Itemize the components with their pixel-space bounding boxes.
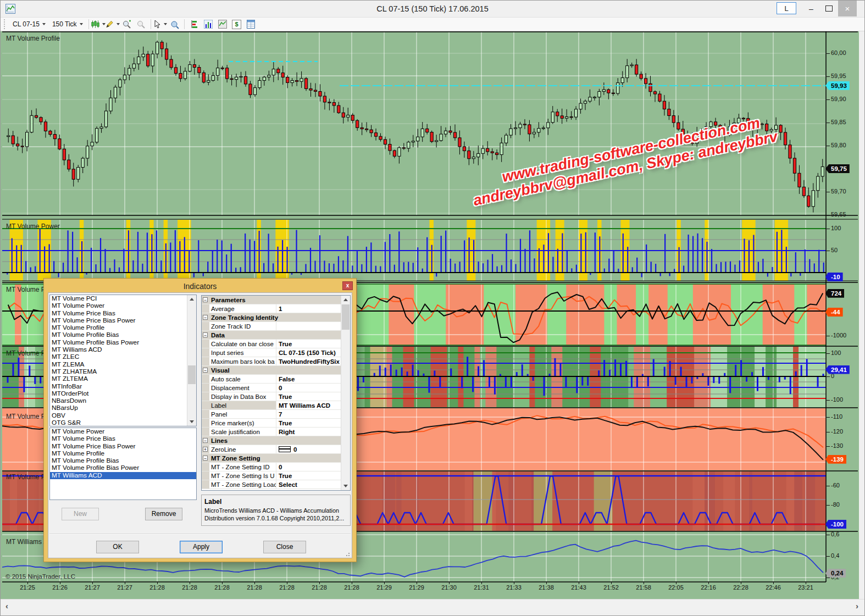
list-item[interactable]: MT Volume Profile [50,450,196,457]
time-tick-label: 21:33 [503,584,524,591]
property-row[interactable]: Calculate on bar closeTrue [202,340,350,348]
property-value[interactable]: Select [276,480,350,489]
list-item[interactable]: MT ZLEC [50,353,196,360]
list-item[interactable]: MT Volume Profile Bias Power [50,339,196,346]
list-item[interactable]: NBarsUp [50,404,196,412]
row-gutter: − [202,313,209,321]
available-indicators-list[interactable]: MT Volume PCIMT Volume PowerMT Volume Pr… [49,295,197,426]
property-row[interactable]: Auto scaleFalse [202,375,350,384]
list-item[interactable]: MT Volume Profile Bias [50,331,196,338]
property-row[interactable]: LabelMT Williams ACD [202,401,350,410]
list-item[interactable]: MT Williams ACD [50,346,196,353]
list-item[interactable]: NBarsDown [50,397,196,404]
row-gutter [202,419,209,427]
panel-label: MT Volume Profile [6,35,60,42]
property-row[interactable]: Scale justificationRight [202,428,350,436]
list-item[interactable]: MT ZLEMA [50,361,196,368]
list-item[interactable]: MT Volume Price Bias [50,310,196,317]
property-row[interactable]: MT - Zone Setting LoacSelect [202,480,350,489]
scrollbar-thumb[interactable] [188,365,196,384]
ok-button[interactable]: OK [96,541,139,553]
scroll-up-icon[interactable] [341,296,350,304]
remove-button[interactable]: Remove [145,508,182,520]
list-item[interactable]: MT Volume Price Bias Power [50,443,196,450]
property-row[interactable]: MT - Zone Setting ID0 [202,463,350,471]
dialog-close-button[interactable]: x [342,281,353,290]
grid-scrollbar[interactable] [341,296,350,490]
category-name: Lines [209,436,343,445]
row-gutter: + [202,445,209,453]
property-value[interactable] [276,322,350,330]
dialog-resize-grip[interactable] [346,552,350,557]
property-row[interactable]: Maximum bars look baTwoHundredFiftySix [202,357,350,366]
property-value[interactable]: False [276,375,350,383]
collapse-icon[interactable]: − [203,368,208,373]
property-value[interactable]: CL 07-15 (150 Tick) [276,348,350,357]
property-value[interactable]: 7 [276,410,350,418]
price-tick-label: 0,4 [831,552,839,559]
collapse-icon[interactable]: − [203,438,208,443]
collapse-icon[interactable]: − [203,297,208,302]
property-grid[interactable]: −ParametersAverage1−Zone Tracking Identi… [201,295,351,491]
new-button[interactable]: New [62,508,99,520]
property-value[interactable]: TwoHundredFiftySix [276,357,350,365]
list-item[interactable]: MT Volume Profile Bias Power [50,464,196,471]
list-item[interactable]: OBV [50,412,196,419]
property-row[interactable]: Zone Track ID [202,322,350,331]
property-row[interactable]: Display in Data BoxTrue [202,392,350,401]
list-scrollbar[interactable] [187,295,196,426]
property-row[interactable]: +ZeroLine0 [202,445,350,454]
property-row[interactable]: Average1 [202,304,350,313]
price-tick-label: 0,6 [831,531,839,537]
scroll-down-icon[interactable] [341,482,350,490]
property-value[interactable]: Right [276,428,350,436]
dialog-separator [49,534,351,535]
property-value[interactable]: MT Williams ACD [276,401,350,409]
scrollbar-thumb[interactable] [342,304,350,330]
property-value[interactable]: 0 [276,445,350,453]
list-item[interactable]: MT Volume Power [50,428,196,435]
list-item[interactable]: OTG S&R [50,419,196,426]
time-tick-label: 21:43 [568,584,589,591]
property-value[interactable]: True [276,471,350,480]
list-item[interactable]: MT ZLTEMA [50,375,196,382]
list-item[interactable]: MT Volume PCI [50,295,196,302]
collapse-icon[interactable]: − [203,456,208,460]
configured-indicators-list[interactable]: MT Volume PowerMT Volume Price BiasMT Vo… [49,428,197,500]
property-row[interactable]: Input seriesCL 07-15 (150 Tick) [202,348,350,357]
list-item[interactable]: MTInfoBar [50,383,196,390]
property-value[interactable]: 1 [276,304,350,313]
property-category-row[interactable]: −MT Zone Setting [202,454,350,463]
collapse-icon[interactable]: − [203,315,208,320]
property-category-row[interactable]: −Lines [202,436,350,445]
property-category-row[interactable]: −Visual [202,366,350,375]
list-item[interactable]: MT Volume Profile [50,324,196,331]
property-category-row[interactable]: −Parameters [202,296,350,304]
list-item[interactable]: MTOrderPlot [50,390,196,397]
list-item[interactable]: MT Volume Power [50,302,196,309]
list-item[interactable]: MT Volume Price Bias Power [50,317,196,324]
property-value[interactable]: True [276,419,350,427]
list-item[interactable]: MT Volume Price Bias [50,435,196,442]
property-row[interactable]: Price marker(s)True [202,419,350,428]
property-row[interactable]: Displacement0 [202,384,350,392]
property-category-row[interactable]: −Zone Tracking Identity [202,313,350,322]
property-row[interactable]: MT - Zone Setting Is UTrue [202,471,350,480]
list-item[interactable]: MT Volume Profile Bias [50,457,196,464]
property-value[interactable]: True [276,340,350,348]
list-item[interactable]: MT Williams ACD [50,472,196,479]
property-value[interactable]: 0 [276,463,350,471]
scroll-down-icon[interactable] [187,418,196,426]
property-category-row[interactable]: −Data [202,331,350,340]
property-row[interactable]: Panel7 [202,410,350,419]
apply-button[interactable]: Apply [180,541,223,553]
collapse-icon[interactable]: − [203,332,208,337]
property-value[interactable]: True [276,392,350,401]
close-dialog-button[interactable]: Close [263,541,306,553]
expand-icon[interactable]: + [203,447,208,452]
list-item[interactable]: MT ZLHATEMA [50,368,196,375]
price-tick-label: -60 [831,482,840,489]
row-gutter [202,322,209,330]
scroll-up-icon[interactable] [187,295,196,303]
property-value[interactable]: 0 [276,384,350,392]
